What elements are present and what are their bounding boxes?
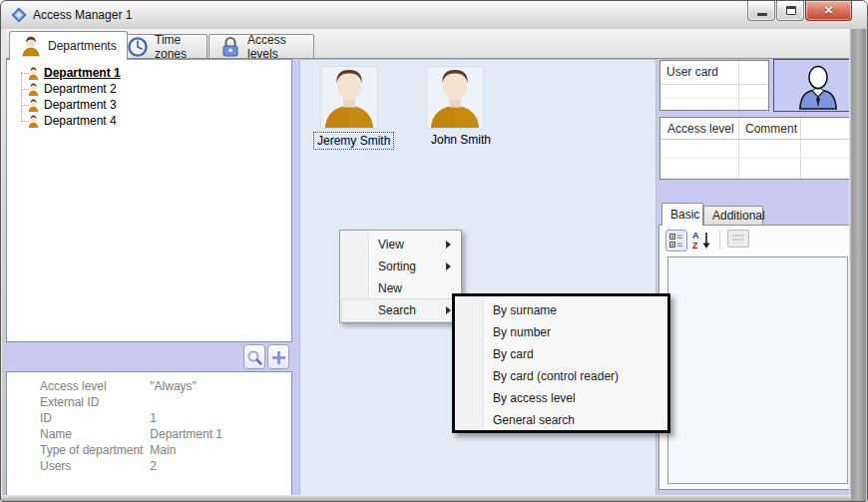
close-button[interactable] (805, 1, 852, 21)
property-label: Type of department (40, 443, 147, 457)
minimize-icon (757, 13, 767, 16)
menu-item-label: By card (control reader) (493, 369, 619, 383)
menu-item-by-card[interactable]: By card (457, 343, 665, 365)
menu-item-label: By card (493, 347, 534, 361)
property-row: Access level "Always" (40, 379, 291, 395)
tree-connector (21, 72, 22, 122)
tabstrip: Departments Time zones Access levels (6, 29, 851, 59)
search-submenu: By surname By number By card By card (co… (452, 293, 670, 433)
tree-item-label: Department 2 (44, 82, 117, 96)
column-header-access-level[interactable]: Access level (667, 122, 734, 136)
tab-label: Additional (712, 209, 765, 223)
close-icon (806, 2, 851, 18)
grid-divider (660, 98, 768, 99)
menu-item-by-card-control-reader[interactable]: By card (control reader) (457, 365, 665, 387)
property-grid-area (667, 256, 848, 484)
menu-item-view[interactable]: View (342, 234, 459, 255)
toolbar-separator (719, 230, 720, 250)
property-row: Name Department 1 (40, 427, 291, 443)
person-icon (20, 35, 42, 57)
submenu-arrow-icon (446, 306, 451, 314)
window-frame-bottom (1, 495, 851, 501)
categorized-icon (669, 234, 683, 248)
person-icon (27, 66, 40, 81)
menu-item-by-number[interactable]: By number (457, 321, 665, 343)
plus-icon (270, 349, 287, 366)
menu-item-by-access-level[interactable]: By access level (457, 387, 665, 409)
tab-time-zones[interactable]: Time zones (116, 34, 208, 59)
property-row: ID 1 (40, 411, 291, 427)
menu-item-label: By access level (493, 391, 576, 405)
basic-tab-page: A Z (658, 225, 855, 490)
context-menu: View Sorting New Search (339, 230, 462, 323)
grid-divider (660, 139, 859, 140)
menu-item-sorting[interactable]: Sorting (342, 255, 459, 277)
user-card-grid: User card (659, 60, 769, 111)
department-tree-panel: Department 1 Department 2 Department 3 (6, 59, 292, 342)
property-value: 2 (150, 459, 157, 473)
maximize-icon (786, 6, 796, 15)
property-label: External ID (40, 395, 147, 409)
user-photo-box[interactable] (773, 59, 860, 112)
menu-item-label: New (378, 281, 402, 295)
tab-basic[interactable]: Basic (661, 203, 703, 226)
svg-text:A: A (692, 231, 699, 241)
property-label: Users (40, 459, 147, 473)
user-card-john[interactable] (426, 66, 484, 129)
add-button[interactable] (267, 344, 289, 369)
tree-item-label: Department 1 (44, 66, 121, 80)
clock-icon (127, 36, 149, 58)
alphabetical-sort-button[interactable]: A Z (691, 230, 713, 251)
grid-divider (660, 158, 859, 159)
app-icon (11, 7, 27, 23)
window-frame-right (849, 29, 867, 502)
minimize-button[interactable] (747, 1, 775, 21)
titlebar: Access Manager 1 (1, 1, 868, 29)
property-value: Main (150, 443, 176, 457)
tab-label: Departments (48, 39, 117, 53)
menu-item-label: Search (378, 303, 416, 317)
user-name-john[interactable]: John Smith (428, 132, 494, 148)
app-window: Access Manager 1 Departments Time zones (0, 0, 868, 502)
menu-item-label: View (378, 238, 404, 251)
submenu-arrow-icon (446, 241, 451, 249)
maximize-button[interactable] (776, 1, 804, 21)
tab-access-levels[interactable]: Access levels (209, 34, 314, 59)
menu-item-general-search[interactable]: General search (457, 409, 665, 431)
property-value: 1 (150, 411, 157, 425)
tree-item-label: Department 3 (44, 98, 117, 112)
tab-additional[interactable]: Additional (703, 206, 763, 226)
property-grid-toolbar: A Z (659, 226, 854, 253)
department-properties-panel: Access level "Always" External ID ID 1 N… (6, 371, 292, 497)
user-avatar (321, 67, 377, 128)
search-button[interactable] (243, 344, 265, 369)
tree-item-department-2[interactable]: Department 2 (27, 81, 117, 97)
user-name-jeremy[interactable]: Jeremy Smith (313, 132, 394, 150)
user-silhouette-icon (795, 64, 841, 110)
person-icon (27, 98, 40, 113)
property-pages-button-disabled[interactable] (727, 230, 749, 248)
lock-icon (219, 36, 241, 58)
user-card-jeremy[interactable] (320, 66, 378, 129)
tree-item-department-4[interactable]: Department 4 (27, 113, 117, 129)
tree-item-department-1[interactable]: Department 1 (27, 65, 121, 81)
menu-item-label: By number (493, 325, 551, 339)
property-value: "Always" (150, 379, 197, 393)
access-level-table: Access level Comment (659, 117, 860, 180)
menu-item-new[interactable]: New (342, 277, 459, 299)
menu-item-by-surname[interactable]: By surname (457, 299, 665, 321)
menu-item-search[interactable]: Search (342, 299, 459, 321)
person-icon (27, 82, 40, 97)
tree-item-department-3[interactable]: Department 3 (27, 97, 117, 113)
user-card-header[interactable]: User card (666, 65, 718, 79)
tree-item-label: Department 4 (44, 114, 117, 128)
menu-item-label: By surname (493, 303, 557, 317)
column-header-comment[interactable]: Comment (745, 122, 797, 136)
person-icon (27, 114, 40, 129)
menu-item-label: General search (493, 413, 575, 427)
property-label: Name (40, 427, 147, 441)
tab-departments[interactable]: Departments (9, 31, 128, 60)
categorized-view-button[interactable] (665, 230, 687, 251)
search-icon (246, 349, 263, 366)
property-row: External ID (40, 395, 291, 411)
